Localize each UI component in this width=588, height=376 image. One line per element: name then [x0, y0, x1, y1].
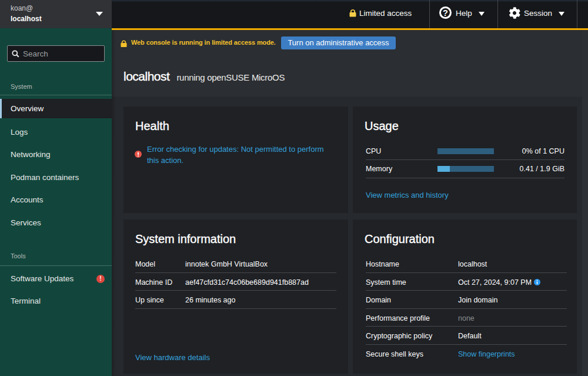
- svg-text:?: ?: [443, 8, 448, 18]
